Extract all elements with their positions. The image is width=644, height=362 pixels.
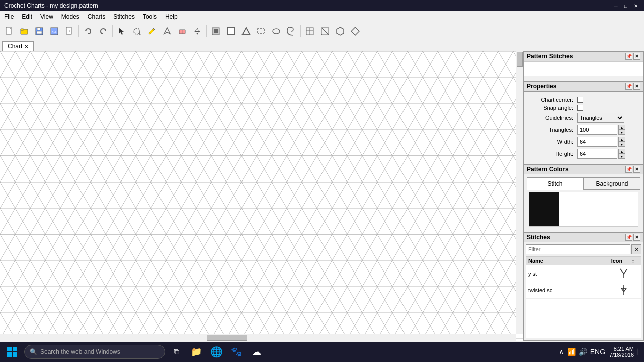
erase-button[interactable] — [175, 24, 189, 38]
stitch-icon-twisted-sc — [609, 283, 639, 297]
properties-close-button[interactable]: ✕ — [633, 83, 640, 90]
pen-button[interactable] — [145, 24, 159, 38]
volume-icon[interactable]: 🔊 — [579, 348, 587, 356]
menu-help[interactable]: Help — [161, 12, 182, 21]
width-label: Width: — [527, 139, 577, 145]
scrollbar-v-thumb[interactable] — [517, 52, 523, 67]
menu-modes[interactable]: Modes — [57, 12, 84, 21]
chart-tab-close[interactable]: ✕ — [24, 44, 28, 49]
box-fill-button[interactable] — [209, 24, 223, 38]
move-stitch-button[interactable] — [190, 24, 204, 38]
color-swatch-area[interactable] — [529, 192, 638, 227]
task-view-button[interactable]: ⧉ — [167, 343, 185, 361]
app-icon-5[interactable]: ☁ — [248, 343, 266, 361]
svg-line-40 — [624, 269, 627, 274]
width-input[interactable] — [577, 137, 617, 147]
width-spin-down[interactable]: ▼ — [618, 142, 625, 147]
grid1-button[interactable] — [303, 24, 317, 38]
stitches-pin-button[interactable]: 📌 — [625, 234, 632, 241]
canvas-area[interactable] — [0, 51, 523, 341]
list-item[interactable]: y st — [526, 265, 641, 282]
hexagon-button[interactable] — [333, 24, 347, 38]
language-indicator[interactable]: ENG — [590, 348, 605, 356]
close-button[interactable]: ✕ — [632, 2, 640, 10]
arrow-up-button[interactable] — [160, 24, 174, 38]
menu-stitches[interactable]: Stitches — [109, 12, 139, 21]
undo-button[interactable] — [81, 24, 95, 38]
height-spin-up[interactable]: ▲ — [618, 149, 625, 154]
triangles-spin-up[interactable]: ▲ — [618, 125, 625, 130]
chart-tab[interactable]: Chart ✕ — [2, 41, 34, 51]
triangles-input[interactable] — [577, 125, 617, 135]
pattern-stitches-close-button[interactable]: ✕ — [633, 53, 640, 60]
width-spin-up[interactable]: ▲ — [618, 137, 625, 142]
triangles-label: Triangles: — [527, 127, 577, 133]
properties-pin-button[interactable]: 📌 — [625, 83, 632, 90]
clock-time: 8:21 AM — [609, 346, 634, 352]
guidelines-select[interactable]: Triangles — [577, 113, 624, 123]
sep-2 — [112, 25, 113, 37]
list-item[interactable]: twisted sc — [526, 282, 641, 299]
pattern-colors-header: Pattern Colors 📌 ✕ — [524, 165, 643, 174]
height-input[interactable] — [577, 149, 617, 159]
spiral-button[interactable] — [284, 24, 298, 38]
grid-canvas — [0, 51, 523, 341]
menu-charts[interactable]: Charts — [84, 12, 109, 21]
canvas-scrollbar-h[interactable] — [0, 334, 516, 341]
triangle-button[interactable] — [239, 24, 253, 38]
canvas-scrollbar-v[interactable] — [516, 51, 523, 334]
network-icon[interactable]: 📶 — [567, 348, 576, 356]
menu-file[interactable]: File — [0, 12, 18, 21]
menu-tools[interactable]: Tools — [139, 12, 161, 21]
chart-center-checkbox[interactable] — [577, 97, 583, 103]
tray-icon-1[interactable]: ∧ — [559, 348, 564, 356]
pattern-stitches-header: Pattern Stitches 📌 ✕ — [524, 52, 643, 61]
pattern-colors-close-button[interactable]: ✕ — [633, 166, 640, 173]
filter-input[interactable] — [526, 244, 630, 254]
redo-button[interactable] — [96, 24, 110, 38]
chrome-button[interactable]: 🌐 — [207, 343, 225, 361]
import-button[interactable]: ↓ — [62, 24, 76, 38]
y-st-icon-svg — [617, 266, 631, 281]
pattern-colors-pin-button[interactable]: 📌 — [625, 166, 632, 173]
select-button[interactable] — [115, 24, 129, 38]
rect-select-button[interactable] — [254, 24, 268, 38]
menu-edit[interactable]: Edit — [18, 12, 36, 21]
height-spin-down[interactable]: ▼ — [618, 154, 625, 159]
table-scroll-indicator[interactable]: ↕ — [632, 258, 639, 264]
taskbar-clock[interactable]: 8:21 AM 7/18/2016 — [609, 346, 634, 358]
lasso-button[interactable] — [130, 24, 144, 38]
svg-rect-51 — [13, 352, 17, 357]
grid2-button[interactable] — [318, 24, 332, 38]
box-out-button[interactable] — [224, 24, 238, 38]
pattern-stitches-pin-button[interactable]: 📌 — [625, 53, 632, 60]
filter-clear-button[interactable]: ✕ — [631, 244, 641, 254]
save-button[interactable] — [32, 24, 46, 38]
file-explorer-button[interactable]: 📁 — [187, 343, 205, 361]
open-button[interactable] — [17, 24, 31, 38]
svg-rect-2 — [21, 29, 24, 30]
pattern-colors-content: Stitch Background — [524, 174, 643, 232]
stitches-close-button[interactable]: ✕ — [633, 234, 640, 241]
sep-3 — [206, 25, 207, 37]
stitch-color-tab[interactable]: Stitch — [527, 177, 584, 190]
minimize-button[interactable]: ─ — [612, 2, 620, 10]
stitch-color-swatch[interactable] — [529, 192, 559, 226]
maximize-button[interactable]: □ — [622, 2, 630, 10]
save-as-button[interactable]: SA — [47, 24, 61, 38]
diamond-button[interactable] — [348, 24, 362, 38]
app-icon-4[interactable]: 🐾 — [227, 343, 246, 361]
scrollbar-h-thumb[interactable] — [207, 335, 247, 341]
main-area: Pattern Stitches 📌 ✕ Properties 📌 ✕ Char — [0, 51, 644, 341]
snap-angle-checkbox[interactable] — [577, 105, 583, 111]
svg-rect-36 — [0, 51, 523, 341]
background-color-tab[interactable]: Background — [584, 177, 640, 190]
svg-rect-21 — [214, 29, 218, 33]
new-button[interactable] — [2, 24, 16, 38]
start-button[interactable] — [2, 343, 22, 361]
menu-view[interactable]: View — [36, 12, 57, 21]
oval-button[interactable] — [269, 24, 283, 38]
taskbar-search[interactable]: 🔍 Search the web and Windows — [24, 345, 165, 359]
triangles-spin-down[interactable]: ▼ — [618, 130, 625, 135]
show-desktop-button[interactable]: ▏ — [638, 349, 642, 355]
